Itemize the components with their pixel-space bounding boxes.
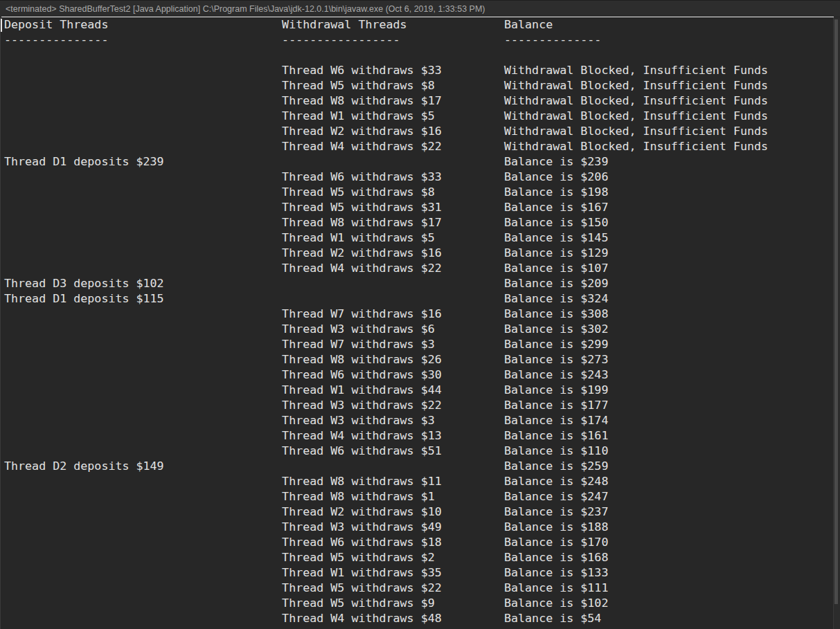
console-line: Thread W8 withdraws $17 Withdrawal Block…	[4, 93, 768, 109]
console-line: Thread W8 withdraws $17 Balance is $150	[4, 215, 768, 230]
console-line: Thread W8 withdraws $11 Balance is $248	[4, 474, 768, 489]
console-line: Thread D1 deposits $115 Balance is $324	[4, 291, 768, 307]
console-line: Thread W5 withdraws $8 Balance is $198	[4, 185, 768, 200]
console-line: Thread W3 withdraws $6 Balance is $302	[4, 322, 768, 337]
console-line: Thread W5 withdraws $9 Balance is $102	[4, 596, 768, 611]
console-line: Thread W6 withdraws $18 Balance is $170	[4, 535, 768, 550]
console-title-bar: <terminated> SharedBufferTest2 [Java App…	[0, 0, 840, 17]
console-line: Thread W7 withdraws $3 Balance is $299	[4, 337, 768, 352]
console-line: Thread W6 withdraws $33 Withdrawal Block…	[4, 63, 768, 78]
console-output-text: Deposit Threads Withdrawal Threads Balan…	[1, 17, 768, 629]
console-line: Thread D1 deposits $239 Balance is $239	[4, 154, 768, 170]
console-line: Thread W5 withdraws $22 Balance is $111	[4, 581, 768, 596]
console-line: Thread W1 withdraws $5 Balance is $145	[4, 230, 768, 246]
console-line: --------------- ----------------- ------…	[4, 33, 768, 48]
console-line: Thread W5 withdraws $2 Balance is $168	[4, 550, 768, 565]
console-line: Thread W4 withdraws $22 Withdrawal Block…	[4, 139, 768, 154]
console-line: Thread W2 withdraws $16 Balance is $129	[4, 246, 768, 261]
console-line: Deposit Threads Withdrawal Threads Balan…	[4, 17, 768, 33]
text-caret	[1, 19, 2, 32]
console-line: Thread D3 deposits $102 Balance is $209	[4, 276, 768, 291]
console-line: Thread W2 withdraws $16 Withdrawal Block…	[4, 124, 768, 139]
console-output-area[interactable]: Deposit Threads Withdrawal Threads Balan…	[0, 17, 834, 629]
console-line: $ i	[4, 626, 768, 629]
vertical-scrollbar-thumb[interactable]	[834, 19, 838, 604]
console-line: Thread W6 withdraws $51 Balance is $110	[4, 444, 768, 459]
console-line: Thread W1 withdraws $5 Withdrawal Blocke…	[4, 109, 768, 124]
console-line: Thread W4 withdraws $22 Balance is $107	[4, 261, 768, 276]
console-line: Thread W7 withdraws $16 Balance is $308	[4, 307, 768, 322]
console-line: Thread W2 withdraws $10 Balance is $237	[4, 504, 768, 520]
console-line: Thread W8 withdraws $26 Balance is $273	[4, 352, 768, 367]
console-line: Thread W1 withdraws $44 Balance is $199	[4, 383, 768, 398]
console-line: Thread W6 withdraws $30 Balance is $243	[4, 367, 768, 383]
console-line: Thread W8 withdraws $1 Balance is $247	[4, 489, 768, 504]
console-line: Thread W6 withdraws $33 Balance is $206	[4, 170, 768, 185]
vertical-scrollbar[interactable]	[834, 17, 840, 629]
console-line: Thread W5 withdraws $8 Withdrawal Blocke…	[4, 78, 768, 93]
eclipse-console-view: <terminated> SharedBufferTest2 [Java App…	[0, 0, 840, 629]
console-line: Thread D2 deposits $149 Balance is $259	[4, 459, 768, 474]
console-line: Thread W3 withdraws $49 Balance is $188	[4, 520, 768, 535]
console-line: Thread W5 withdraws $31 Balance is $167	[4, 200, 768, 215]
console-line: Thread W3 withdraws $22 Balance is $177	[4, 398, 768, 413]
console-line: Thread W1 withdraws $35 Balance is $133	[4, 565, 768, 581]
console-line	[4, 48, 768, 63]
console-line: Thread W4 withdraws $48 Balance is $54	[4, 611, 768, 626]
console-line: Thread W4 withdraws $13 Balance is $161	[4, 428, 768, 444]
console-title-label: <terminated> SharedBufferTest2 [Java App…	[6, 4, 485, 14]
console-line: Thread W3 withdraws $3 Balance is $174	[4, 413, 768, 428]
